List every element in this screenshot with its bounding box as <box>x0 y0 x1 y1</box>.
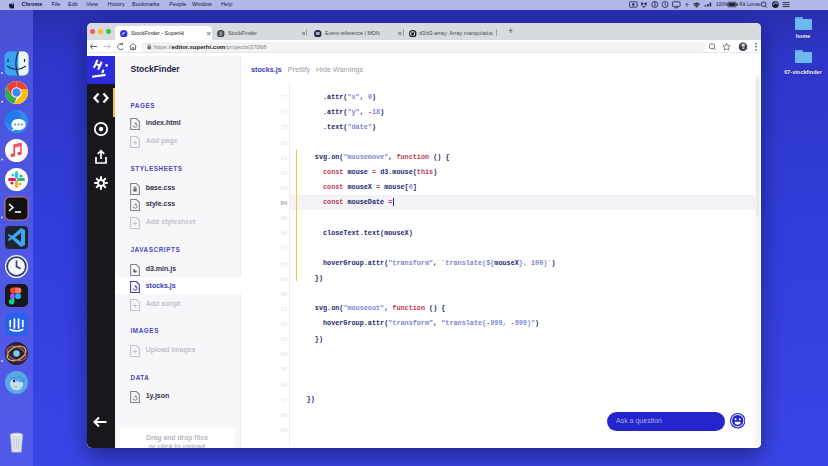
svg-text:100%: 100% <box>716 2 728 7</box>
svg-text:Rik Lomas: Rik Lomas <box>739 2 761 7</box>
svg-text:M: M <box>316 31 320 36</box>
svg-text:1: 1 <box>653 2 656 7</box>
